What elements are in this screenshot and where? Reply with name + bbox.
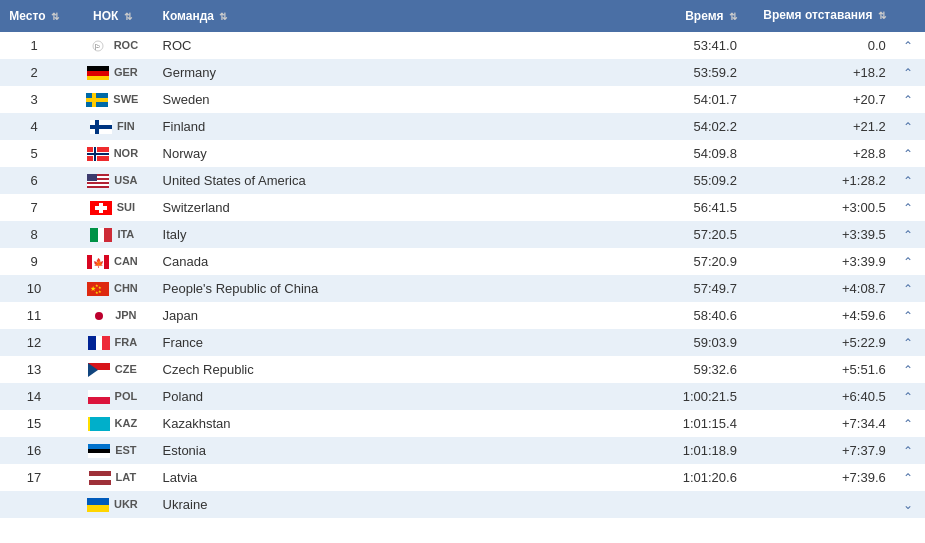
chevron-up-icon[interactable]: ⌃ (903, 201, 913, 215)
cell-noc: POL (68, 383, 157, 410)
cell-time: 57:20.5 (599, 221, 743, 248)
flag-icon (90, 227, 112, 241)
svg-rect-24 (95, 206, 107, 210)
cell-chevron[interactable]: ⌃ (892, 167, 925, 194)
chevron-up-icon[interactable]: ⌃ (903, 228, 913, 242)
svg-rect-27 (104, 228, 112, 242)
cell-gap: +5:22.9 (743, 329, 892, 356)
cell-gap: +18.2 (743, 59, 892, 86)
cell-team: Kazakhstan (157, 410, 600, 437)
chevron-up-icon[interactable]: ⌃ (903, 309, 913, 323)
cell-chevron[interactable]: ⌃ (892, 59, 925, 86)
chevron-up-icon[interactable]: ⌃ (903, 471, 913, 485)
cell-chevron[interactable]: ⌃ (892, 410, 925, 437)
chevron-up-icon[interactable]: ⌃ (903, 363, 913, 377)
cell-noc: LAT (68, 464, 157, 491)
chevron-up-icon[interactable]: ⌃ (903, 255, 913, 269)
cell-noc: FIN (68, 113, 157, 140)
cell-chevron[interactable]: ⌃ (892, 464, 925, 491)
chevron-up-icon[interactable]: ⌃ (903, 120, 913, 134)
cell-gap: +5:51.6 (743, 356, 892, 383)
flag-icon (89, 470, 111, 484)
cell-chevron[interactable]: ⌃ (892, 248, 925, 275)
header-time-label: Время (685, 9, 723, 23)
cell-place: 10 (0, 275, 68, 302)
cell-gap: 0.0 (743, 32, 892, 59)
svg-rect-20 (87, 184, 109, 186)
cell-gap: +3:39.5 (743, 221, 892, 248)
noc-code: NOR (114, 147, 138, 159)
cell-team: France (157, 329, 600, 356)
cell-time: 1:01:20.6 (599, 464, 743, 491)
cell-chevron[interactable]: ⌃ (892, 275, 925, 302)
sort-place-icon[interactable]: ⇅ (51, 11, 59, 22)
cell-place: 5 (0, 140, 68, 167)
cell-gap: +21.2 (743, 113, 892, 140)
flag-icon (88, 416, 110, 430)
header-team-label: Команда (163, 9, 214, 23)
cell-chevron[interactable]: ⌃ (892, 329, 925, 356)
table-row: 14POLPoland1:00:21.5+6:40.5⌃ (0, 383, 925, 410)
noc-code: SWE (113, 93, 138, 105)
cell-chevron[interactable]: ⌃ (892, 356, 925, 383)
sort-noc-icon[interactable]: ⇅ (124, 11, 132, 22)
noc-code: CHN (114, 282, 138, 294)
chevron-up-icon[interactable]: ⌃ (903, 336, 913, 350)
table-row: 2GERGermany53:59.2+18.2⌃ (0, 59, 925, 86)
chevron-up-icon[interactable]: ⌃ (903, 93, 913, 107)
svg-rect-51 (88, 449, 110, 453)
flag-icon: 🏳 (87, 38, 109, 52)
cell-chevron[interactable]: ⌃ (892, 302, 925, 329)
chevron-down-icon[interactable]: ⌄ (903, 498, 913, 512)
cell-chevron[interactable]: ⌃ (892, 383, 925, 410)
cell-chevron[interactable]: ⌃ (892, 194, 925, 221)
header-time[interactable]: Время ⇅ (599, 0, 743, 32)
cell-place: 12 (0, 329, 68, 356)
cell-team: Finland (157, 113, 600, 140)
cell-gap: +6:40.5 (743, 383, 892, 410)
sort-team-icon[interactable]: ⇅ (219, 11, 227, 22)
header-noc[interactable]: НОК ⇅ (68, 0, 157, 32)
flag-icon (87, 146, 109, 160)
cell-noc: UKR (68, 491, 157, 518)
svg-rect-56 (87, 505, 109, 512)
chevron-up-icon[interactable]: ⌃ (903, 444, 913, 458)
cell-place: 4 (0, 113, 68, 140)
cell-chevron[interactable]: ⌃ (892, 221, 925, 248)
chevron-up-icon[interactable]: ⌃ (903, 282, 913, 296)
chevron-up-icon[interactable]: ⌃ (903, 66, 913, 80)
cell-chevron[interactable]: ⌃ (892, 140, 925, 167)
svg-rect-50 (88, 444, 110, 449)
cell-chevron[interactable]: ⌃ (892, 86, 925, 113)
cell-noc: 🍁CAN (68, 248, 157, 275)
flag-icon (88, 443, 110, 457)
sort-time-icon[interactable]: ⇅ (729, 11, 737, 22)
chevron-up-icon[interactable]: ⌃ (903, 417, 913, 431)
cell-time: 54:02.2 (599, 113, 743, 140)
svg-rect-28 (87, 255, 92, 269)
chevron-up-icon[interactable]: ⌃ (903, 147, 913, 161)
svg-rect-49 (88, 417, 90, 431)
cell-chevron[interactable]: ⌄ (892, 491, 925, 518)
header-place[interactable]: Место ⇅ (0, 0, 68, 32)
cell-chevron[interactable]: ⌃ (892, 113, 925, 140)
cell-chevron[interactable]: ⌃ (892, 32, 925, 59)
svg-rect-25 (90, 228, 98, 242)
results-table: Место ⇅ НОК ⇅ Команда ⇅ Время ⇅ Время от… (0, 0, 925, 518)
cell-chevron[interactable]: ⌃ (892, 437, 925, 464)
cell-noc: USA (68, 167, 157, 194)
table-row: 4FINFinland54:02.2+21.2⌃ (0, 113, 925, 140)
flag-icon (90, 200, 112, 214)
cell-place: 15 (0, 410, 68, 437)
header-team[interactable]: Команда ⇅ (157, 0, 600, 32)
noc-code: CZE (115, 363, 137, 375)
chevron-up-icon[interactable]: ⌃ (903, 174, 913, 188)
cell-team: Japan (157, 302, 600, 329)
chevron-up-icon[interactable]: ⌃ (903, 390, 913, 404)
table-row: 17LATLatvia1:01:20.6+7:39.6⌃ (0, 464, 925, 491)
header-gap[interactable]: Время отставания ⇅ (743, 0, 892, 32)
table-row: 8ITAItaly57:20.5+3:39.5⌃ (0, 221, 925, 248)
sort-gap-icon[interactable]: ⇅ (878, 10, 886, 21)
svg-rect-5 (87, 76, 109, 80)
chevron-up-icon[interactable]: ⌃ (903, 39, 913, 53)
